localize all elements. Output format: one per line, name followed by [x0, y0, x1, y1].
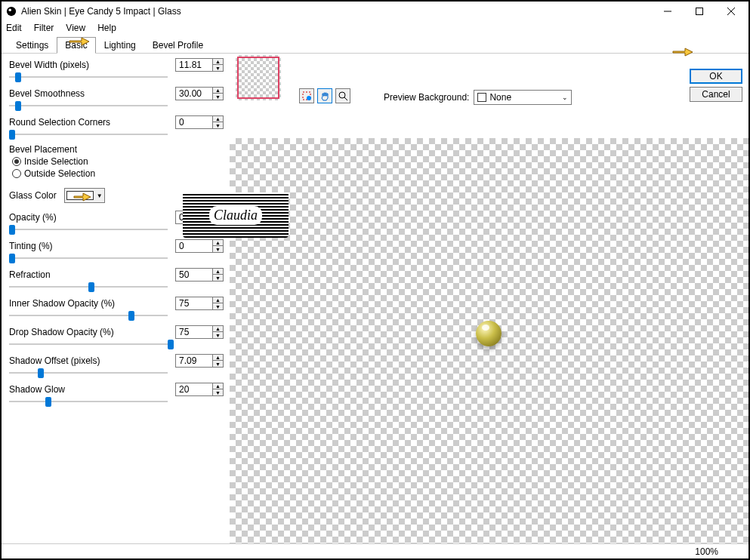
menu-filter[interactable]: Filter: [34, 23, 54, 33]
label-refraction: Refraction: [9, 269, 51, 280]
slider-round-sel[interactable]: [9, 131, 168, 138]
menu-edit[interactable]: Edit: [6, 23, 22, 33]
menu-help[interactable]: Help: [97, 23, 116, 33]
radio-inside-selection[interactable]: Inside Selection: [9, 156, 224, 167]
label-drop-shadow: Drop Shadow Opacity (%): [9, 327, 114, 337]
cancel-button[interactable]: Cancel: [690, 87, 742, 102]
settings-panel: Bevel Width (pixels) ▲▼ Bevel Smoothness…: [2, 54, 230, 544]
tab-bevel-profile[interactable]: Bevel Profile: [144, 37, 211, 54]
input-drop-shadow[interactable]: ▲▼: [175, 325, 224, 339]
label-preview-background: Preview Background:: [384, 92, 469, 103]
svg-point-8: [339, 92, 345, 98]
slider-bevel-smooth[interactable]: [9, 102, 168, 109]
input-round-sel[interactable]: ▲▼: [175, 115, 224, 129]
input-bevel-width[interactable]: ▲▼: [175, 58, 224, 72]
input-bevel-smooth[interactable]: ▲▼: [175, 87, 224, 100]
input-shadow-offset[interactable]: ▲▼: [175, 354, 224, 368]
svg-point-7: [307, 96, 311, 100]
chevron-down-icon: ▼: [97, 192, 103, 199]
label-tinting: Tinting (%): [9, 241, 53, 251]
selection-tool-icon[interactable]: [299, 88, 314, 103]
tabs: Settings Basic Lighting Bevel Profile: [2, 36, 748, 54]
input-shadow-glow[interactable]: ▲▼: [175, 383, 224, 396]
label-bevel-placement: Bevel Placement: [9, 144, 77, 155]
ok-button[interactable]: OK: [690, 69, 742, 84]
spin-up-icon[interactable]: ▲: [213, 59, 223, 65]
watermark: Claudia: [183, 192, 289, 238]
pointer-hand-icon: [73, 190, 92, 202]
input-refraction[interactable]: ▲▼: [175, 268, 224, 282]
window-title: Alien Skin | Eye Candy 5 Impact | Glass: [21, 6, 652, 17]
label-round-sel: Round Selection Corners: [9, 117, 110, 128]
slider-refraction[interactable]: [9, 283, 168, 291]
slider-tinting[interactable]: [9, 254, 168, 262]
label-shadow-glow: Shadow Glow: [9, 384, 65, 395]
svg-point-0: [7, 7, 16, 16]
label-shadow-offset: Shadow Offset (pixels): [9, 355, 100, 366]
minimize-button[interactable]: [652, 2, 684, 20]
menu-view[interactable]: View: [66, 23, 85, 33]
slider-inner-shadow[interactable]: [9, 312, 168, 319]
label-glass-color: Glass Color: [9, 190, 57, 201]
radio-outside-selection[interactable]: Outside Selection: [9, 168, 224, 179]
statusbar: 100%: [2, 543, 748, 558]
preview-canvas[interactable]: Claudia: [230, 138, 748, 544]
app-icon: [6, 6, 17, 17]
tab-basic[interactable]: Basic: [57, 37, 95, 54]
slider-shadow-glow[interactable]: [9, 398, 168, 405]
chevron-down-icon: ⌄: [562, 94, 568, 101]
input-inner-shadow[interactable]: ▲▼: [175, 297, 224, 310]
hand-tool-icon[interactable]: [317, 88, 332, 103]
menubar: Edit Filter View Help: [2, 21, 748, 35]
none-swatch-icon: [477, 93, 486, 102]
input-tinting[interactable]: ▲▼: [175, 239, 224, 253]
close-button[interactable]: [715, 2, 747, 20]
preview-background-dropdown[interactable]: None ⌄: [474, 90, 572, 105]
slider-drop-shadow[interactable]: [9, 340, 168, 348]
label-inner-shadow: Inner Shadow Opacity (%): [9, 298, 115, 309]
svg-rect-3: [696, 8, 703, 15]
titlebar: Alien Skin | Eye Candy 5 Impact | Glass: [2, 2, 748, 21]
spin-down-icon[interactable]: ▼: [213, 65, 223, 71]
tab-lighting[interactable]: Lighting: [96, 37, 144, 54]
zoom-tool-icon[interactable]: [335, 88, 350, 103]
tab-settings[interactable]: Settings: [8, 37, 57, 54]
maximize-button[interactable]: [684, 2, 715, 20]
glass-sphere-preview: [476, 321, 502, 346]
slider-shadow-offset[interactable]: [9, 369, 168, 377]
zoom-level: 100%: [695, 546, 718, 557]
label-bevel-smooth: Bevel Smoothness: [9, 88, 85, 99]
preview-area: Preview Background: None ⌄ OK Cancel Cla…: [230, 54, 748, 544]
label-bevel-width: Bevel Width (pixels): [9, 60, 89, 70]
svg-point-1: [9, 9, 12, 12]
preview-thumbnail[interactable]: [236, 55, 281, 100]
slider-bevel-width[interactable]: [9, 73, 168, 81]
svg-line-9: [344, 97, 347, 100]
glass-color-picker[interactable]: ▼: [64, 188, 105, 203]
slider-opacity[interactable]: [9, 226, 168, 233]
label-opacity: Opacity (%): [9, 212, 57, 223]
